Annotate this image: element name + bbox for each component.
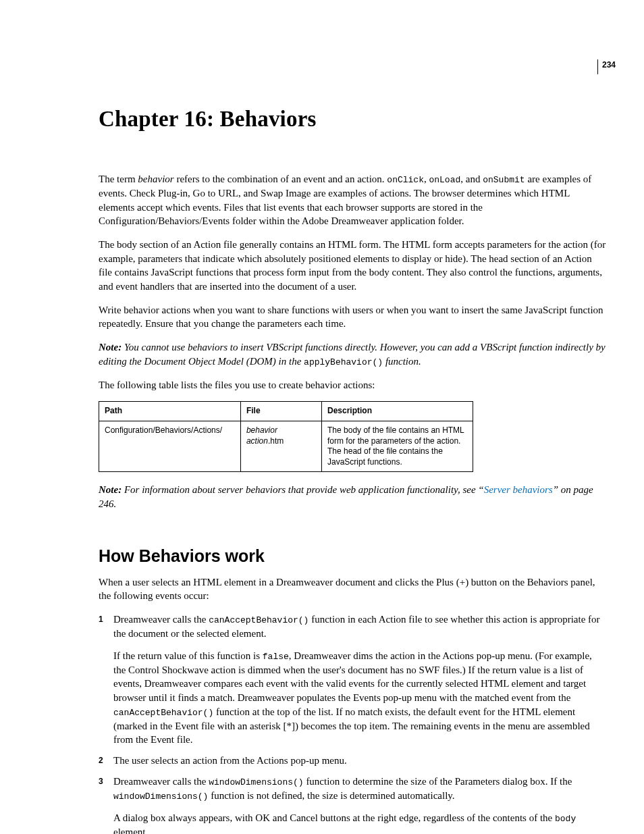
code-onload: onLoad [429, 175, 460, 185]
td-file: behavior action.htm [240, 421, 321, 472]
step-1: Dreamweaver calls the canAcceptBehavior(… [99, 613, 606, 747]
link-server-behaviors[interactable]: Server behaviors [484, 484, 553, 495]
step-2: The user selects an action from the Acti… [99, 754, 606, 768]
note: Note: You cannot use behaviors to insert… [99, 340, 606, 369]
table-header-row: Path File Description [99, 402, 473, 421]
paragraph: Write behavior actions when you want to … [99, 303, 606, 331]
code-canacceptbehavior: canAcceptBehavior() [209, 615, 308, 625]
paragraph: Dreamweaver calls the canAcceptBehavior(… [113, 613, 606, 641]
paragraph: If the return value of this function is … [113, 649, 606, 747]
paragraph: The body section of an Action file gener… [99, 238, 606, 294]
code-windowdimensions: windowDimensions() [209, 777, 303, 787]
text: For information about server behaviors t… [124, 484, 484, 495]
th-path: Path [99, 402, 241, 421]
text: , and [460, 174, 483, 184]
note-lead: Note: [99, 484, 124, 495]
paragraph: Dreamweaver calls the windowDimensions()… [113, 775, 606, 803]
th-file: File [240, 402, 321, 421]
text: Dreamweaver calls the [113, 776, 209, 787]
td-description: The body of the file contains an HTML fo… [322, 421, 473, 472]
page: 234 Chapter 16: Behaviors The term behav… [0, 0, 644, 834]
th-description: Description [322, 402, 473, 421]
paragraph: When a user selects an HTML element in a… [99, 575, 606, 603]
page-number: 234 [602, 59, 616, 69]
text: function is not defined, the size is det… [208, 790, 454, 801]
paragraph: The following table lists the files you … [99, 378, 606, 392]
steps-list: Dreamweaver calls the canAcceptBehavior(… [99, 613, 606, 834]
code-onclick: onClick [387, 175, 424, 185]
files-table: Path File Description Configuration/Beha… [99, 401, 473, 472]
term-behavior: behavior [138, 174, 173, 184]
text: If the return value of this function is [113, 650, 263, 661]
paragraph: The term behavior refers to the combinat… [99, 172, 606, 228]
code-canacceptbehavior: canAcceptBehavior() [113, 708, 213, 718]
code-false: false [263, 652, 289, 662]
text: function. [383, 356, 421, 367]
code-windowdimensions: windowDimensions() [113, 791, 208, 802]
file-ext: .htm [268, 436, 284, 446]
text: A dialog box always appears, with OK and… [113, 812, 555, 823]
td-path: Configuration/Behaviors/Actions/ [99, 421, 241, 472]
text: function to determine the size of the Pa… [304, 776, 572, 787]
chapter-title: Chapter 16: Behaviors [99, 107, 606, 132]
text: element. [113, 827, 148, 834]
text: Dreamweaver calls the [113, 614, 209, 625]
code-applybehavior: applyBehavior() [304, 357, 383, 367]
paragraph: A dialog box always appears, with OK and… [113, 811, 606, 834]
step-3: Dreamweaver calls the windowDimensions()… [99, 775, 606, 834]
note-lead: Note: [99, 342, 124, 353]
section-title: How Behaviors work [99, 546, 606, 566]
code-onsubmit: onSubmit [483, 175, 525, 185]
page-number-container: 234 [597, 59, 616, 74]
paragraph: The user selects an action from the Acti… [113, 754, 606, 768]
code-body: body [555, 814, 576, 824]
table-row: Configuration/Behaviors/Actions/ behavio… [99, 421, 473, 472]
text: The term [99, 174, 138, 184]
text: refers to the combination of an event an… [174, 174, 387, 184]
note: Note: For information about server behav… [99, 483, 606, 511]
